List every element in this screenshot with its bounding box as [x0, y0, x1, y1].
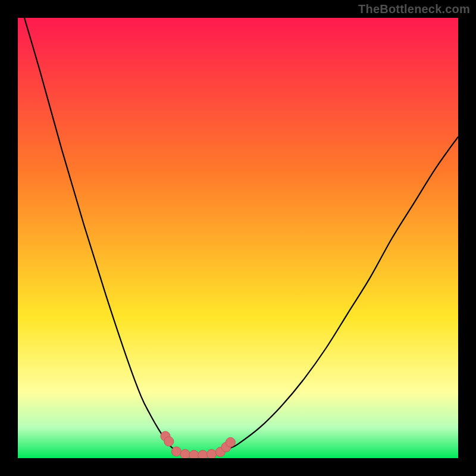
watermark-text: TheBottleneck.com — [358, 2, 470, 16]
marker-dot — [207, 449, 217, 458]
marker-dot — [198, 450, 208, 458]
chart-svg — [18, 18, 458, 458]
marker-dot — [171, 447, 181, 456]
marker-dot — [180, 449, 190, 458]
marker-dot — [164, 437, 174, 446]
plot-area — [18, 18, 458, 458]
marker-dot — [189, 450, 199, 458]
marker-dot — [226, 437, 235, 447]
chart-frame: TheBottleneck.com — [0, 0, 476, 476]
